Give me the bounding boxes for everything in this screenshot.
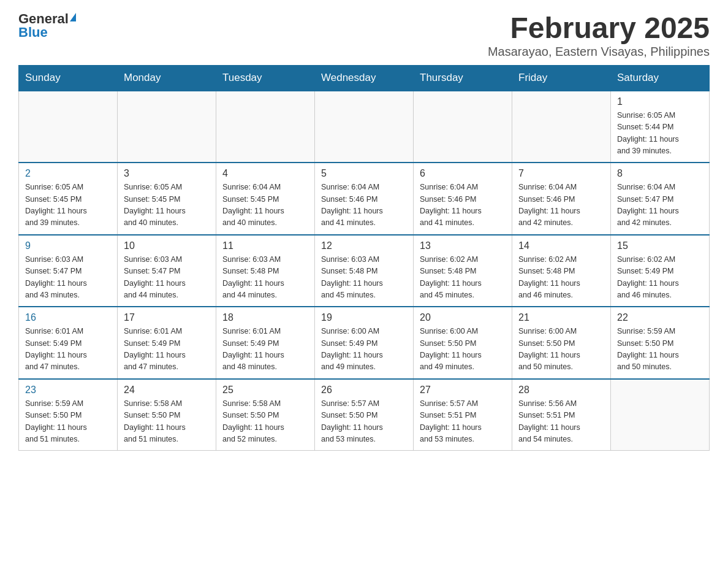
logo-general-text: General bbox=[18, 12, 69, 26]
day-cell: 21Sunrise: 6:00 AMSunset: 5:50 PMDayligh… bbox=[512, 307, 611, 379]
day-number: 10 bbox=[124, 240, 210, 251]
week-row-1: 1Sunrise: 6:05 AMSunset: 5:44 PMDaylight… bbox=[19, 91, 710, 163]
day-number: 5 bbox=[321, 168, 407, 179]
day-cell bbox=[19, 91, 118, 163]
day-number: 9 bbox=[25, 240, 111, 251]
day-cell: 13Sunrise: 6:02 AMSunset: 5:48 PMDayligh… bbox=[414, 235, 512, 307]
day-info: Sunrise: 6:04 AMSunset: 5:46 PMDaylight:… bbox=[420, 182, 506, 229]
day-cell bbox=[512, 91, 611, 163]
week-row-3: 9Sunrise: 6:03 AMSunset: 5:47 PMDaylight… bbox=[19, 235, 710, 307]
day-info: Sunrise: 6:05 AMSunset: 5:45 PMDaylight:… bbox=[124, 182, 210, 229]
day-info: Sunrise: 6:03 AMSunset: 5:48 PMDaylight:… bbox=[321, 254, 407, 302]
day-info: Sunrise: 6:03 AMSunset: 5:47 PMDaylight:… bbox=[25, 254, 111, 302]
day-cell bbox=[216, 91, 315, 163]
day-cell bbox=[315, 91, 414, 163]
day-cell bbox=[118, 91, 216, 163]
day-info: Sunrise: 5:57 AMSunset: 5:51 PMDaylight:… bbox=[420, 398, 506, 446]
day-cell: 22Sunrise: 5:59 AMSunset: 5:50 PMDayligh… bbox=[611, 307, 710, 379]
day-info: Sunrise: 6:01 AMSunset: 5:49 PMDaylight:… bbox=[25, 326, 111, 373]
page-header: General Blue February 2025 Masarayao, Ea… bbox=[18, 12, 710, 59]
day-info: Sunrise: 6:00 AMSunset: 5:49 PMDaylight:… bbox=[321, 326, 407, 373]
day-info: Sunrise: 6:02 AMSunset: 5:48 PMDaylight:… bbox=[518, 254, 604, 302]
day-info: Sunrise: 5:58 AMSunset: 5:50 PMDaylight:… bbox=[222, 398, 308, 446]
day-cell: 5Sunrise: 6:04 AMSunset: 5:46 PMDaylight… bbox=[315, 163, 414, 235]
day-number: 21 bbox=[518, 312, 604, 323]
header-cell-friday: Friday bbox=[512, 65, 611, 91]
day-info: Sunrise: 6:04 AMSunset: 5:46 PMDaylight:… bbox=[518, 182, 604, 229]
day-number: 12 bbox=[321, 240, 407, 251]
day-cell: 11Sunrise: 6:03 AMSunset: 5:48 PMDayligh… bbox=[216, 235, 315, 307]
week-row-2: 2Sunrise: 6:05 AMSunset: 5:45 PMDaylight… bbox=[19, 163, 710, 235]
header-cell-thursday: Thursday bbox=[414, 65, 512, 91]
day-info: Sunrise: 6:03 AMSunset: 5:47 PMDaylight:… bbox=[124, 254, 210, 302]
day-number: 25 bbox=[222, 385, 308, 396]
day-info: Sunrise: 5:56 AMSunset: 5:51 PMDaylight:… bbox=[518, 398, 604, 446]
day-cell: 18Sunrise: 6:01 AMSunset: 5:49 PMDayligh… bbox=[216, 307, 315, 379]
day-cell: 9Sunrise: 6:03 AMSunset: 5:47 PMDaylight… bbox=[19, 235, 118, 307]
day-cell: 17Sunrise: 6:01 AMSunset: 5:49 PMDayligh… bbox=[118, 307, 216, 379]
day-number: 23 bbox=[25, 385, 111, 396]
day-info: Sunrise: 6:01 AMSunset: 5:49 PMDaylight:… bbox=[124, 326, 210, 373]
day-info: Sunrise: 6:04 AMSunset: 5:46 PMDaylight:… bbox=[321, 182, 407, 229]
day-number: 22 bbox=[617, 312, 703, 323]
calendar-header: SundayMondayTuesdayWednesdayThursdayFrid… bbox=[19, 65, 710, 91]
month-title: February 2025 bbox=[488, 12, 710, 45]
day-info: Sunrise: 5:59 AMSunset: 5:50 PMDaylight:… bbox=[25, 398, 111, 446]
day-cell: 25Sunrise: 5:58 AMSunset: 5:50 PMDayligh… bbox=[216, 379, 315, 451]
day-number: 15 bbox=[617, 240, 703, 251]
day-number: 13 bbox=[420, 240, 506, 251]
day-info: Sunrise: 5:58 AMSunset: 5:50 PMDaylight:… bbox=[124, 398, 210, 446]
header-row: SundayMondayTuesdayWednesdayThursdayFrid… bbox=[19, 65, 710, 91]
day-number: 18 bbox=[222, 312, 308, 323]
day-number: 27 bbox=[420, 385, 506, 396]
day-cell: 24Sunrise: 5:58 AMSunset: 5:50 PMDayligh… bbox=[118, 379, 216, 451]
day-cell: 16Sunrise: 6:01 AMSunset: 5:49 PMDayligh… bbox=[19, 307, 118, 379]
day-number: 7 bbox=[518, 168, 604, 179]
day-info: Sunrise: 6:01 AMSunset: 5:49 PMDaylight:… bbox=[222, 326, 308, 373]
day-cell: 4Sunrise: 6:04 AMSunset: 5:45 PMDaylight… bbox=[216, 163, 315, 235]
day-cell: 1Sunrise: 6:05 AMSunset: 5:44 PMDaylight… bbox=[611, 91, 710, 163]
day-number: 19 bbox=[321, 312, 407, 323]
day-info: Sunrise: 5:59 AMSunset: 5:50 PMDaylight:… bbox=[617, 326, 703, 373]
header-cell-tuesday: Tuesday bbox=[216, 65, 315, 91]
day-number: 6 bbox=[420, 168, 506, 179]
day-cell: 8Sunrise: 6:04 AMSunset: 5:47 PMDaylight… bbox=[611, 163, 710, 235]
day-cell: 26Sunrise: 5:57 AMSunset: 5:50 PMDayligh… bbox=[315, 379, 414, 451]
day-number: 8 bbox=[617, 168, 703, 179]
day-number: 24 bbox=[124, 385, 210, 396]
week-row-5: 23Sunrise: 5:59 AMSunset: 5:50 PMDayligh… bbox=[19, 379, 710, 451]
day-info: Sunrise: 6:03 AMSunset: 5:48 PMDaylight:… bbox=[222, 254, 308, 302]
day-info: Sunrise: 6:00 AMSunset: 5:50 PMDaylight:… bbox=[518, 326, 604, 373]
day-cell: 27Sunrise: 5:57 AMSunset: 5:51 PMDayligh… bbox=[414, 379, 512, 451]
day-info: Sunrise: 6:02 AMSunset: 5:48 PMDaylight:… bbox=[420, 254, 506, 302]
day-cell: 6Sunrise: 6:04 AMSunset: 5:46 PMDaylight… bbox=[414, 163, 512, 235]
day-number: 4 bbox=[222, 168, 308, 179]
logo: General Blue bbox=[18, 12, 76, 39]
title-section: February 2025 Masarayao, Eastern Visayas… bbox=[488, 12, 710, 59]
day-info: Sunrise: 6:05 AMSunset: 5:44 PMDaylight:… bbox=[617, 110, 703, 158]
day-cell: 15Sunrise: 6:02 AMSunset: 5:49 PMDayligh… bbox=[611, 235, 710, 307]
day-cell: 23Sunrise: 5:59 AMSunset: 5:50 PMDayligh… bbox=[19, 379, 118, 451]
day-number: 14 bbox=[518, 240, 604, 251]
day-info: Sunrise: 6:02 AMSunset: 5:49 PMDaylight:… bbox=[617, 254, 703, 302]
day-cell: 10Sunrise: 6:03 AMSunset: 5:47 PMDayligh… bbox=[118, 235, 216, 307]
week-row-4: 16Sunrise: 6:01 AMSunset: 5:49 PMDayligh… bbox=[19, 307, 710, 379]
logo-blue-text: Blue bbox=[18, 26, 48, 39]
day-info: Sunrise: 6:04 AMSunset: 5:45 PMDaylight:… bbox=[222, 182, 308, 229]
day-cell: 14Sunrise: 6:02 AMSunset: 5:48 PMDayligh… bbox=[512, 235, 611, 307]
day-cell: 12Sunrise: 6:03 AMSunset: 5:48 PMDayligh… bbox=[315, 235, 414, 307]
day-cell bbox=[611, 379, 710, 451]
day-cell bbox=[414, 91, 512, 163]
location-title: Masarayao, Eastern Visayas, Philippines bbox=[488, 45, 710, 59]
day-cell: 28Sunrise: 5:56 AMSunset: 5:51 PMDayligh… bbox=[512, 379, 611, 451]
logo-triangle-icon bbox=[70, 13, 76, 21]
day-cell: 3Sunrise: 6:05 AMSunset: 5:45 PMDaylight… bbox=[118, 163, 216, 235]
day-number: 11 bbox=[222, 240, 308, 251]
day-number: 17 bbox=[124, 312, 210, 323]
header-cell-wednesday: Wednesday bbox=[315, 65, 414, 91]
day-number: 3 bbox=[124, 168, 210, 179]
day-number: 16 bbox=[25, 312, 111, 323]
day-cell: 20Sunrise: 6:00 AMSunset: 5:50 PMDayligh… bbox=[414, 307, 512, 379]
header-cell-monday: Monday bbox=[118, 65, 216, 91]
day-number: 26 bbox=[321, 385, 407, 396]
